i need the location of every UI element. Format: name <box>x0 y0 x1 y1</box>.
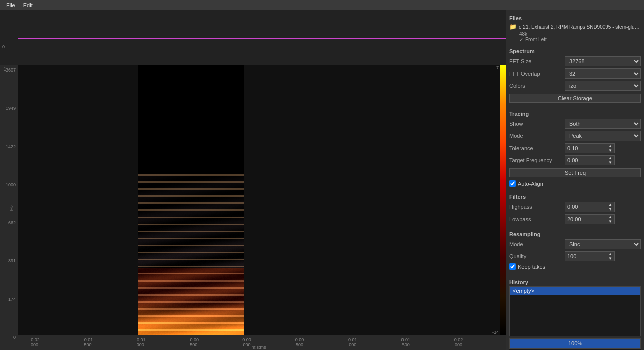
channel-check-row: ✓ Front Left <box>509 37 641 42</box>
history-item-empty[interactable]: <empty> <box>510 287 640 295</box>
quality-row: Quality 100 ▲▼ <box>509 251 641 261</box>
hz-tick-391: 391 <box>8 258 16 263</box>
highpass-value: 0.00 <box>567 204 578 210</box>
y-axis-octaves <box>0 10 18 65</box>
mode-select[interactable]: Peak <box>565 131 641 141</box>
set-freq-button[interactable]: Set Freq <box>509 168 641 177</box>
colors-select[interactable]: izo <box>565 81 641 91</box>
highpass-label: Highpass <box>509 204 565 210</box>
target-freq-arrows[interactable]: ▲▼ <box>608 156 612 165</box>
highpass-input[interactable]: 0.00 ▲▼ <box>565 202 615 212</box>
lowpass-value: 20.00 <box>567 216 581 222</box>
file-name: e 21, Exhaust 2, RPM Ramps SND90095 - st… <box>519 24 641 30</box>
spectrum-content <box>18 65 500 335</box>
x-tick-p02000: 0:02000 <box>454 337 463 347</box>
target-freq-value: 0.00 <box>567 157 578 163</box>
progress-bar-fill: 100% <box>510 339 640 348</box>
show-select[interactable]: Both <box>565 119 641 129</box>
tolerance-value: 0.10 <box>567 145 578 151</box>
fft-size-select[interactable]: 32768 <box>565 56 641 66</box>
resample-mode-select[interactable]: Sinc <box>565 239 641 249</box>
fft-size-label: FFT Size <box>509 58 565 64</box>
auto-align-label: Auto-Align <box>518 181 543 187</box>
quality-label: Quality <box>509 253 565 259</box>
x-tick-m01000: -0:01000 <box>135 337 146 347</box>
hz-tick-662: 662 <box>8 220 16 225</box>
show-row: Show Both <box>509 119 641 129</box>
waveform-area[interactable]: 0 -1 <box>0 10 506 65</box>
tracing-section-header: Tracing <box>509 109 641 118</box>
mode-label: Mode <box>509 133 565 139</box>
spectrogram-canvas <box>138 65 244 335</box>
hz-tick-1949: 1949 <box>6 106 16 111</box>
x-tick-p01500: 0:01500 <box>401 337 410 347</box>
channel-label: Front Left <box>525 37 547 42</box>
history-section: History <empty> 100% <box>509 277 641 348</box>
hz-tick-174: 174 <box>8 297 16 302</box>
lowpass-label: Lowpass <box>509 216 565 222</box>
color-bar-labels: 7 -34 <box>489 65 499 335</box>
colors-row: Colors izo <box>509 81 641 91</box>
fft-overlap-label: FFT Overlap <box>509 71 565 77</box>
hz-tick-0: 0 <box>13 335 16 340</box>
menubar: File Edit <box>0 0 644 10</box>
clear-storage-button[interactable]: Clear Storage <box>509 94 641 103</box>
target-freq-input[interactable]: 0.00 ▲▼ <box>565 155 615 165</box>
left-panel: 0 -1 2607 1949 1422 1000 662 391 174 0 <box>0 10 506 350</box>
edit-menu[interactable]: Edit <box>19 2 37 8</box>
file-menu[interactable]: File <box>2 2 19 8</box>
resample-mode-row: Mode Sinc <box>509 239 641 249</box>
quality-arrows[interactable]: ▲▼ <box>608 252 612 261</box>
sample-rate: 48k <box>509 31 641 37</box>
color-bar <box>500 65 506 335</box>
spectrogram-image <box>138 65 244 335</box>
x-tick-000: 0:00000 <box>242 337 251 347</box>
channel-checkmark: ✓ <box>519 37 523 42</box>
hz-tick-1422: 1422 <box>6 144 16 149</box>
main-container: 0 -1 2607 1949 1422 1000 662 391 174 0 <box>0 10 644 350</box>
auto-align-checkbox[interactable] <box>509 180 516 187</box>
progress-value: 100% <box>568 340 582 346</box>
highpass-arrows[interactable]: ▲▼ <box>608 202 612 212</box>
fft-overlap-select[interactable]: 32 <box>565 68 641 79</box>
filters-section-header: Filters <box>509 192 641 201</box>
fft-size-row: FFT Size 32768 <box>509 56 641 66</box>
tolerance-row: Tolerance 0.10 ▲▼ <box>509 143 641 153</box>
colorbar-bottom: -34 <box>492 330 499 335</box>
target-freq-label: Target Frequency <box>509 157 565 163</box>
history-section-header: History <box>509 277 641 286</box>
right-panel: Files 📁 e 21, Exhaust 2, RPM Ramps SND90… <box>506 10 644 350</box>
keep-takes-label: Keep takes <box>518 264 545 270</box>
x-tick-m00500: -0:00500 <box>188 337 199 347</box>
resample-mode-label: Mode <box>509 241 565 247</box>
lowpass-row: Lowpass 20.00 ▲▼ <box>509 214 641 224</box>
highpass-row: Highpass 0.00 ▲▼ <box>509 202 641 212</box>
spectrum-area[interactable]: 2607 1949 1422 1000 662 391 174 0 Hz 7 <box>0 65 506 350</box>
quality-input[interactable]: 100 ▲▼ <box>565 251 615 261</box>
lowpass-arrows[interactable]: ▲▼ <box>608 215 612 224</box>
colors-label: Colors <box>509 83 565 89</box>
history-list: <empty> <box>509 286 641 336</box>
tolerance-label: Tolerance <box>509 145 565 151</box>
x-tick-m01500: -0:01500 <box>83 337 93 347</box>
spectrum-section-header: Spectrum <box>509 46 641 55</box>
mode-row: Mode Peak <box>509 131 641 141</box>
x-axis: -0:02000 -0:01500 -0:01000 -0:00500 0:00… <box>18 335 500 350</box>
keep-takes-checkbox[interactable] <box>509 263 516 270</box>
playhead-line <box>18 38 506 39</box>
zero-line <box>18 54 506 54</box>
waveform-content <box>18 10 506 65</box>
progress-bar-container: 100% <box>509 338 641 348</box>
x-tick-m02000: -0:02000 <box>29 337 40 347</box>
tolerance-arrows[interactable]: ▲▼ <box>608 144 612 153</box>
auto-align-row: Auto-Align <box>509 180 641 187</box>
hz-tick-1000: 1000 <box>6 182 16 187</box>
file-row: 📁 e 21, Exhaust 2, RPM Ramps SND90095 - … <box>509 23 641 30</box>
fft-overlap-row: FFT Overlap 32 <box>509 68 641 79</box>
hz-tick-2607: 2607 <box>6 67 16 73</box>
lowpass-input[interactable]: 20.00 ▲▼ <box>565 214 615 224</box>
quality-value: 100 <box>567 253 576 259</box>
x-tick-p01000: 0:01000 <box>348 337 357 347</box>
tolerance-input[interactable]: 0.10 ▲▼ <box>565 143 615 153</box>
folder-icon: 📁 <box>509 23 517 30</box>
